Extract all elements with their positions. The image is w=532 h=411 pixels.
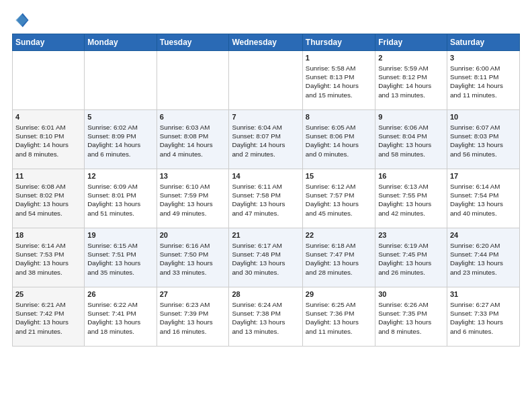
weekday-header-wednesday: Wednesday	[229, 34, 302, 51]
day-info: Sunrise: 6:08 AM Sunset: 8:02 PM Dayligh…	[15, 182, 81, 218]
calendar-cell: 13Sunrise: 6:10 AM Sunset: 7:59 PM Dayli…	[157, 169, 229, 228]
calendar-cell: 6Sunrise: 6:03 AM Sunset: 8:08 PM Daylig…	[157, 110, 229, 169]
day-info: Sunrise: 6:02 AM Sunset: 8:09 PM Dayligh…	[87, 123, 153, 158]
calendar-cell: 21Sunrise: 6:17 AM Sunset: 7:48 PM Dayli…	[229, 228, 302, 287]
day-info: Sunrise: 6:18 AM Sunset: 7:47 PM Dayligh…	[306, 241, 372, 277]
day-number: 31	[450, 289, 517, 300]
calendar-cell: 31Sunrise: 6:27 AM Sunset: 7:33 PM Dayli…	[447, 287, 519, 347]
day-info: Sunrise: 6:09 AM Sunset: 8:01 PM Dayligh…	[87, 182, 153, 218]
calendar-cell: 20Sunrise: 6:16 AM Sunset: 7:50 PM Dayli…	[157, 228, 229, 287]
day-number: 7	[232, 112, 299, 122]
day-info: Sunrise: 6:11 AM Sunset: 7:58 PM Dayligh…	[232, 182, 299, 218]
logo-icon	[12, 11, 31, 30]
day-info: Sunrise: 6:06 AM Sunset: 8:04 PM Dayligh…	[378, 123, 444, 158]
calendar-body: 1Sunrise: 5:58 AM Sunset: 8:13 PM Daylig…	[13, 51, 520, 347]
calendar-cell: 10Sunrise: 6:07 AM Sunset: 8:03 PM Dayli…	[447, 110, 519, 169]
calendar-cell	[13, 51, 85, 110]
calendar-week-row: 25Sunrise: 6:21 AM Sunset: 7:42 PM Dayli…	[13, 287, 520, 347]
calendar-week-row: 11Sunrise: 6:08 AM Sunset: 8:02 PM Dayli…	[13, 169, 520, 228]
day-number: 26	[87, 289, 153, 300]
day-info: Sunrise: 6:12 AM Sunset: 7:57 PM Dayligh…	[306, 182, 372, 218]
weekday-header-saturday: Saturday	[447, 34, 519, 51]
calendar-cell: 16Sunrise: 6:13 AM Sunset: 7:55 PM Dayli…	[375, 169, 447, 228]
day-info: Sunrise: 6:15 AM Sunset: 7:51 PM Dayligh…	[87, 241, 153, 277]
day-info: Sunrise: 6:27 AM Sunset: 7:33 PM Dayligh…	[450, 300, 517, 336]
calendar-cell: 27Sunrise: 6:23 AM Sunset: 7:39 PM Dayli…	[157, 287, 229, 347]
calendar-cell: 3Sunrise: 6:00 AM Sunset: 8:11 PM Daylig…	[447, 51, 519, 110]
calendar-cell: 29Sunrise: 6:25 AM Sunset: 7:36 PM Dayli…	[302, 287, 375, 347]
weekday-header-row: SundayMondayTuesdayWednesdayThursdayFrid…	[13, 34, 520, 51]
day-info: Sunrise: 6:03 AM Sunset: 8:08 PM Dayligh…	[160, 123, 226, 158]
day-info: Sunrise: 6:14 AM Sunset: 7:53 PM Dayligh…	[15, 241, 81, 277]
header	[12, 11, 520, 30]
day-number: 10	[450, 112, 517, 122]
day-number: 19	[87, 230, 153, 240]
weekday-header-friday: Friday	[375, 34, 447, 51]
calendar-cell: 18Sunrise: 6:14 AM Sunset: 7:53 PM Dayli…	[13, 228, 85, 287]
day-number: 14	[232, 171, 299, 181]
calendar-cell: 12Sunrise: 6:09 AM Sunset: 8:01 PM Dayli…	[85, 169, 157, 228]
calendar-cell: 25Sunrise: 6:21 AM Sunset: 7:42 PM Dayli…	[13, 287, 85, 347]
calendar-week-row: 4Sunrise: 6:01 AM Sunset: 8:10 PM Daylig…	[13, 110, 520, 169]
day-info: Sunrise: 5:58 AM Sunset: 8:13 PM Dayligh…	[306, 64, 372, 99]
calendar-week-row: 18Sunrise: 6:14 AM Sunset: 7:53 PM Dayli…	[13, 228, 520, 287]
weekday-header-tuesday: Tuesday	[157, 34, 229, 51]
calendar-cell	[85, 51, 157, 110]
calendar-cell: 11Sunrise: 6:08 AM Sunset: 8:02 PM Dayli…	[13, 169, 85, 228]
day-number: 8	[306, 112, 372, 122]
day-number: 9	[378, 112, 444, 122]
calendar-cell: 7Sunrise: 6:04 AM Sunset: 8:07 PM Daylig…	[229, 110, 302, 169]
day-info: Sunrise: 6:19 AM Sunset: 7:45 PM Dayligh…	[378, 241, 444, 277]
day-number: 30	[378, 289, 444, 300]
day-number: 24	[450, 230, 517, 240]
day-number: 2	[378, 53, 444, 63]
day-number: 16	[378, 171, 444, 181]
day-info: Sunrise: 6:00 AM Sunset: 8:11 PM Dayligh…	[450, 64, 517, 99]
day-number: 5	[87, 112, 153, 122]
day-info: Sunrise: 6:21 AM Sunset: 7:42 PM Dayligh…	[15, 300, 81, 336]
calendar-week-row: 1Sunrise: 5:58 AM Sunset: 8:13 PM Daylig…	[13, 51, 520, 110]
day-number: 21	[232, 230, 299, 240]
day-number: 17	[450, 171, 517, 181]
day-number: 13	[160, 171, 226, 181]
calendar-cell: 4Sunrise: 6:01 AM Sunset: 8:10 PM Daylig…	[13, 110, 85, 169]
day-info: Sunrise: 6:26 AM Sunset: 7:35 PM Dayligh…	[378, 300, 444, 336]
day-number: 23	[378, 230, 444, 240]
calendar-cell: 28Sunrise: 6:24 AM Sunset: 7:38 PM Dayli…	[229, 287, 302, 347]
day-info: Sunrise: 6:05 AM Sunset: 8:06 PM Dayligh…	[306, 123, 372, 158]
day-info: Sunrise: 6:07 AM Sunset: 8:03 PM Dayligh…	[450, 123, 517, 158]
calendar-cell: 22Sunrise: 6:18 AM Sunset: 7:47 PM Dayli…	[302, 228, 375, 287]
calendar-cell	[157, 51, 229, 110]
day-number: 12	[87, 171, 153, 181]
day-info: Sunrise: 6:14 AM Sunset: 7:54 PM Dayligh…	[450, 182, 517, 218]
calendar-cell: 26Sunrise: 6:22 AM Sunset: 7:41 PM Dayli…	[85, 287, 157, 347]
day-number: 1	[306, 53, 372, 63]
calendar-cell: 30Sunrise: 6:26 AM Sunset: 7:35 PM Dayli…	[375, 287, 447, 347]
day-number: 18	[15, 230, 81, 240]
calendar-cell: 24Sunrise: 6:20 AM Sunset: 7:44 PM Dayli…	[447, 228, 519, 287]
calendar-header: SundayMondayTuesdayWednesdayThursdayFrid…	[13, 34, 520, 51]
day-info: Sunrise: 6:25 AM Sunset: 7:36 PM Dayligh…	[306, 300, 372, 336]
day-info: Sunrise: 5:59 AM Sunset: 8:12 PM Dayligh…	[378, 64, 444, 99]
day-number: 25	[15, 289, 81, 300]
calendar-cell: 5Sunrise: 6:02 AM Sunset: 8:09 PM Daylig…	[85, 110, 157, 169]
calendar-cell: 23Sunrise: 6:19 AM Sunset: 7:45 PM Dayli…	[375, 228, 447, 287]
day-number: 29	[306, 289, 372, 300]
calendar-cell: 8Sunrise: 6:05 AM Sunset: 8:06 PM Daylig…	[302, 110, 375, 169]
calendar-cell: 17Sunrise: 6:14 AM Sunset: 7:54 PM Dayli…	[447, 169, 519, 228]
weekday-header-sunday: Sunday	[13, 34, 85, 51]
calendar-cell: 9Sunrise: 6:06 AM Sunset: 8:04 PM Daylig…	[375, 110, 447, 169]
day-number: 4	[15, 112, 81, 122]
day-info: Sunrise: 6:16 AM Sunset: 7:50 PM Dayligh…	[160, 241, 226, 277]
day-number: 28	[232, 289, 299, 300]
calendar-cell: 1Sunrise: 5:58 AM Sunset: 8:13 PM Daylig…	[302, 51, 375, 110]
calendar-cell: 2Sunrise: 5:59 AM Sunset: 8:12 PM Daylig…	[375, 51, 447, 110]
day-number: 27	[160, 289, 226, 300]
day-info: Sunrise: 6:17 AM Sunset: 7:48 PM Dayligh…	[232, 241, 299, 277]
calendar-cell: 19Sunrise: 6:15 AM Sunset: 7:51 PM Dayli…	[85, 228, 157, 287]
calendar-cell	[229, 51, 302, 110]
day-info: Sunrise: 6:10 AM Sunset: 7:59 PM Dayligh…	[160, 182, 226, 218]
day-number: 11	[15, 171, 81, 181]
weekday-header-thursday: Thursday	[302, 34, 375, 51]
calendar-cell: 15Sunrise: 6:12 AM Sunset: 7:57 PM Dayli…	[302, 169, 375, 228]
